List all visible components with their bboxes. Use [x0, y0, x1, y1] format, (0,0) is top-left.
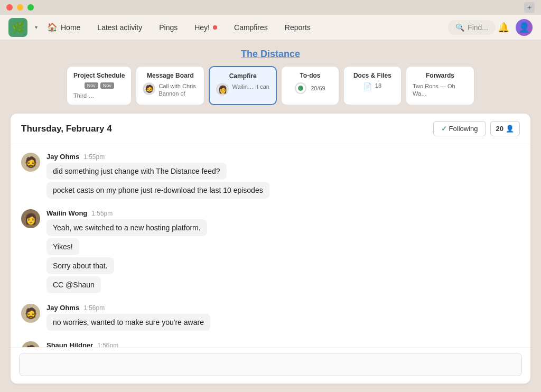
message-group: 🧔 Shaun Hildner 1:56pm Oh no! It shouldn…: [21, 341, 520, 347]
user-avatar[interactable]: 👤: [516, 19, 533, 36]
message-bubble: no worries, wanted to make sure you're a…: [46, 314, 210, 331]
tab-message-board[interactable]: Message Board 🧔 Call with Chris Bannon o…: [136, 66, 204, 105]
message-bubble: did something just change with The Dista…: [46, 163, 227, 180]
nav-campfires[interactable]: Campfires: [227, 20, 275, 35]
message-author: Jay Ohms: [46, 153, 79, 161]
tab-todos[interactable]: To-dos 20/69: [281, 66, 339, 105]
chat-header: Thursday, February 4 ✓ Following 20 👤: [11, 114, 530, 144]
docs-count: 18: [375, 82, 381, 89]
docs-icon: 📄: [363, 82, 372, 90]
following-checkmark: ✓: [441, 125, 447, 133]
tab-project-schedule[interactable]: Project Schedule Nov Nov Third …: [67, 66, 132, 105]
message-bubble: pocket casts on my phone just re-downloa…: [46, 182, 269, 199]
message-bubble: Sorry about that.: [46, 257, 114, 274]
message-author: Shaun Hildner: [46, 341, 93, 347]
badge-nov-1: Nov: [85, 82, 98, 89]
hey-notification-dot: [213, 25, 217, 30]
following-button[interactable]: ✓ Following: [433, 121, 486, 136]
nav-hey[interactable]: Hey!: [187, 20, 225, 35]
message-bubble: Yikes!: [46, 238, 79, 255]
nav-reports[interactable]: Reports: [277, 20, 318, 35]
nav-latest-activity[interactable]: Latest activity: [90, 20, 150, 35]
tab-campfire[interactable]: Campfire 👩 Wailin… It can: [209, 66, 277, 105]
message-bubble: CC @Shaun: [46, 276, 101, 293]
message-group: 👩 Wailin Wong 1:55pm Yeah, we switched t…: [21, 209, 520, 295]
chat-panel: Thursday, February 4 ✓ Following 20 👤 🧔: [11, 114, 530, 384]
message-bubble: Yeah, we switched to a new hosting platf…: [46, 219, 207, 236]
home-icon: 🏠: [47, 22, 58, 32]
message-time: 1:55pm: [83, 153, 105, 161]
person-icon: 👤: [506, 125, 514, 133]
message-group: 🧔 Jay Ohms 1:55pm did something just cha…: [21, 153, 520, 201]
search-icon: 🔍: [455, 23, 464, 32]
tabs-row: Project Schedule Nov Nov Third … Message…: [11, 66, 530, 105]
chat-input[interactable]: [19, 353, 522, 376]
message-time: 1:56pm: [83, 304, 105, 312]
message-author: Wailin Wong: [46, 209, 87, 217]
avatar: 🧔: [21, 341, 40, 347]
project-title-link[interactable]: The Distance: [241, 49, 300, 59]
main-content: The Distance Project Schedule Nov Nov Th…: [0, 40, 541, 392]
badge-nov-2: Nov: [100, 82, 114, 89]
notifications-bell[interactable]: 🔔: [498, 22, 509, 33]
message-time: 1:56pm: [97, 342, 118, 347]
project-title-section: The Distance: [11, 49, 530, 60]
followers-count: 20: [496, 125, 503, 133]
message-author: Jay Ohms: [46, 304, 79, 312]
app-logo[interactable]: 🌿: [8, 18, 27, 37]
avatar: 🧔: [21, 153, 40, 172]
chat-date: Thursday, February 4: [21, 124, 112, 134]
tab-forwards[interactable]: Forwards Two Rons — Oh Wa…: [406, 66, 474, 105]
search-bar[interactable]: 🔍 Find...: [448, 20, 496, 35]
close-button[interactable]: [6, 4, 13, 11]
message-board-avatar: 🧔: [143, 82, 155, 95]
campfire-avatar: 👩: [216, 83, 229, 96]
nav-pings[interactable]: Pings: [152, 20, 185, 35]
titlebar: +: [0, 0, 541, 15]
todo-count: 20/69: [311, 85, 325, 91]
tab-docs-files[interactable]: Docs & Files 📄 18: [343, 66, 402, 105]
minimize-button[interactable]: [17, 4, 23, 11]
todo-progress-circle: [295, 82, 306, 94]
message-group: 🧔 Jay Ohms 1:56pm no worries, wanted to …: [21, 304, 520, 333]
chat-messages[interactable]: 🧔 Jay Ohms 1:55pm did something just cha…: [11, 144, 530, 347]
avatar: 👩: [21, 209, 40, 228]
chat-input-area: [11, 347, 530, 384]
followers-count-button[interactable]: 20 👤: [490, 121, 520, 136]
new-tab-button[interactable]: +: [524, 2, 535, 13]
avatar: 🧔: [21, 304, 40, 323]
navbar: 🌿 ▾ 🏠 Home Latest activity Pings Hey! Ca…: [0, 15, 541, 40]
message-time: 1:55pm: [91, 210, 113, 217]
fullscreen-button[interactable]: [27, 4, 34, 11]
nav-home[interactable]: 🏠 Home: [40, 19, 88, 35]
logo-dropdown-arrow[interactable]: ▾: [35, 24, 38, 30]
